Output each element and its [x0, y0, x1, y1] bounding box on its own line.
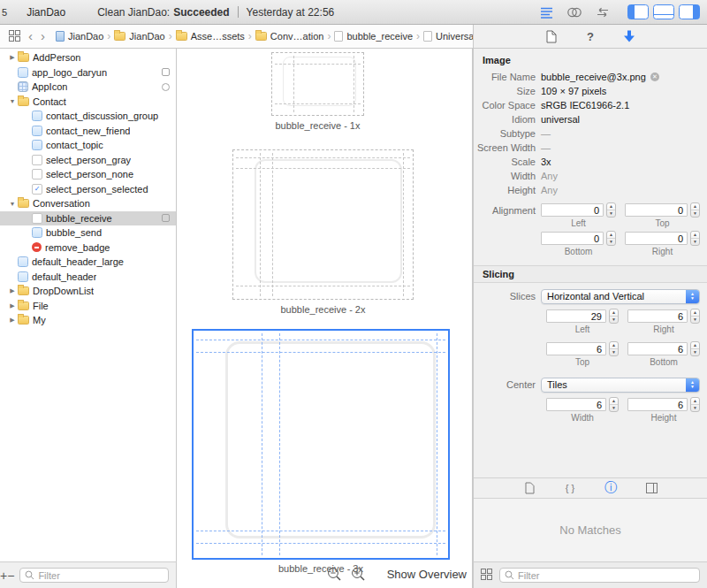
field-row-screen-width: Screen Width— [474, 141, 707, 154]
zoom-in-button[interactable] [351, 567, 366, 582]
alignment-left-field[interactable]: 0 [541, 203, 604, 217]
center-width-field[interactable]: 6 [546, 398, 606, 411]
breadcrumb-item-jiandao[interactable]: JianDao [114, 31, 164, 42]
sidebar-item-select_person_gray[interactable]: select_person_gray [0, 153, 176, 168]
file-template-library-icon[interactable] [522, 481, 536, 495]
disclosure-collapsed-icon[interactable]: ▶ [7, 287, 18, 294]
field-caption: Height [627, 413, 700, 423]
quick-help-inspector-icon[interactable]: ? [583, 29, 597, 43]
sidebar-item-contact_topic[interactable]: contact_topic [0, 138, 176, 153]
sidebar-filter-field[interactable] [19, 568, 169, 583]
standard-editor-icon[interactable] [537, 5, 555, 19]
disclosure-collapsed-icon[interactable]: ▶ [7, 54, 18, 61]
field-row-scale: Scale3x [474, 155, 707, 168]
file-inspector-icon[interactable] [544, 29, 559, 43]
toggle-navigator-button[interactable] [627, 4, 649, 19]
sidebar-item-bubble_send[interactable]: bubble_send [0, 225, 176, 241]
alignment-bottom-field[interactable]: 0 [541, 232, 604, 245]
add-asset-button[interactable]: + [0, 569, 7, 583]
attributes-inspector-icon[interactable] [622, 29, 636, 43]
slice-top-field[interactable]: 6 [546, 342, 606, 355]
show-overview-button[interactable]: Show Overview [387, 568, 467, 581]
center-popup[interactable]: Tiles ▲▼ [541, 378, 700, 393]
center-height-field[interactable]: 6 [627, 398, 688, 411]
toggle-debug-button[interactable] [653, 4, 674, 19]
sidebar-item-label: File [33, 301, 49, 311]
sidebar-item-label: AddPerson [33, 52, 80, 63]
slice-left-stepper[interactable]: ▲▼ [609, 309, 619, 324]
center-height-stepper[interactable]: ▲▼ [690, 397, 700, 412]
sidebar-item-default_header_large[interactable]: default_header_large [0, 255, 176, 270]
library-grid-view-icon[interactable] [481, 569, 492, 582]
object-library-icon[interactable] [644, 481, 658, 495]
slice-right-stepper[interactable]: ▲▼ [690, 309, 700, 324]
media-library-icon[interactable]: ⓘ [604, 481, 618, 495]
sidebar-item-File[interactable]: ▶File [0, 299, 176, 314]
field-label: Scale [474, 157, 541, 167]
slice-top-stepper[interactable]: ▲▼ [609, 341, 619, 356]
toggle-inspector-button[interactable] [679, 4, 700, 19]
sidebar-item-select_person_none[interactable]: select_person_none [0, 167, 176, 182]
breadcrumb-item-universal-3x[interactable]: Universal 3x [423, 31, 473, 42]
center-label: Center [474, 379, 541, 390]
library-filter-field[interactable] [499, 568, 700, 583]
disclosure-collapsed-icon[interactable]: ▶ [7, 302, 18, 309]
breadcrumb-item-bubble_receive[interactable]: bubble_receive [334, 31, 413, 42]
slice-left-field[interactable]: 29 [546, 309, 606, 323]
forward-button[interactable]: › [41, 30, 45, 42]
alignment-top-stepper[interactable]: ▲▼ [690, 202, 700, 218]
library-results-area: No Matches [474, 499, 707, 561]
remove-asset-button[interactable]: − [7, 569, 14, 583]
sidebar-item-label: contact_topic [46, 140, 103, 150]
sidebar-item-AddPerson[interactable]: ▶AddPerson [0, 50, 176, 65]
zoom-out-button[interactable] [327, 567, 342, 582]
asset-slot-1x[interactable]: bubble_receive - 1x [271, 52, 364, 116]
grid-view-icon[interactable] [9, 30, 20, 43]
sidebar-item-contact_new_friend[interactable]: contact_new_friend [0, 124, 176, 139]
slice-bottom-stepper[interactable]: ▲▼ [690, 341, 700, 356]
breadcrumb-item-conv-ation[interactable]: Conv…ation [255, 31, 324, 42]
sidebar-item-Contact[interactable]: ▼Contact [0, 95, 176, 110]
sidebar-item-remove_badge[interactable]: remove_badge [0, 241, 176, 256]
sidebar-filter-input[interactable] [38, 570, 163, 581]
code-snippet-library-icon[interactable]: { } [563, 481, 577, 495]
assistant-editor-icon[interactable] [566, 5, 583, 19]
alignment-left-stepper[interactable]: ▲▼ [606, 202, 616, 218]
alignment-right-field[interactable]: 0 [625, 232, 688, 245]
sidebar-item-contact_discussion_group[interactable]: contact_discussion_group [0, 109, 176, 124]
asset-editor-canvas[interactable]: bubble_receive - 1x bubble_receive - 2x … [177, 49, 473, 588]
sidebar-item-default_header[interactable]: default_header [0, 270, 176, 285]
alignment-right-stepper[interactable]: ▲▼ [690, 231, 700, 246]
slices-popup[interactable]: Horizontal and Vertical ▲▼ [541, 289, 700, 304]
scheme-name[interactable]: JianDao [27, 6, 65, 19]
disclosure-collapsed-icon[interactable]: ▶ [7, 317, 18, 324]
field-value: sRGB IEC61966-2.1 [541, 100, 629, 111]
disclosure-expanded-icon[interactable]: ▼ [7, 98, 18, 104]
alignment-top-field[interactable]: 0 [625, 203, 688, 217]
sidebar-item-AppIcon[interactable]: AppIcon [0, 80, 176, 95]
folder-icon [18, 53, 29, 62]
folder-icon [18, 97, 29, 106]
slice-right-field[interactable]: 6 [627, 309, 688, 323]
slice-bottom-field[interactable]: 6 [627, 342, 688, 355]
asset-slot-2x[interactable]: bubble_receive - 2x [232, 149, 414, 300]
alignment-bottom-stepper[interactable]: ▲▼ [606, 231, 616, 246]
breadcrumb-item-asse-ssets[interactable]: Asse…ssets [176, 31, 245, 42]
sidebar-item-DropDownList[interactable]: ▶DropDownList [0, 284, 176, 299]
asset-slot-3x-selected[interactable]: bubble_receive - 3x [192, 329, 450, 560]
remove-filename-icon[interactable]: ✕ [650, 73, 659, 81]
sidebar-item-app_logo_daryun[interactable]: app_logo_daryun [0, 65, 176, 80]
sidebar-item-select_person_selected[interactable]: select_person_selected [0, 182, 176, 197]
stepper-up-icon: ▲ [691, 309, 699, 317]
breadcrumb-item-jiandao[interactable]: JianDao [56, 31, 103, 42]
sidebar-item-Conversation[interactable]: ▼Conversation [0, 196, 176, 211]
center-width-stepper[interactable]: ▲▼ [609, 397, 619, 412]
activity-status: Clean JianDao: Succeeded Yesterday at 22… [97, 6, 334, 19]
back-button[interactable]: ‹ [28, 30, 33, 42]
sidebar-item-My[interactable]: ▶My [0, 313, 176, 328]
disclosure-expanded-icon[interactable]: ▼ [7, 201, 18, 207]
library-filter-input[interactable] [518, 570, 695, 581]
folder-icon [18, 316, 29, 325]
version-editor-icon[interactable] [594, 5, 612, 19]
sidebar-item-bubble_receive[interactable]: bubble_receive [0, 211, 176, 226]
